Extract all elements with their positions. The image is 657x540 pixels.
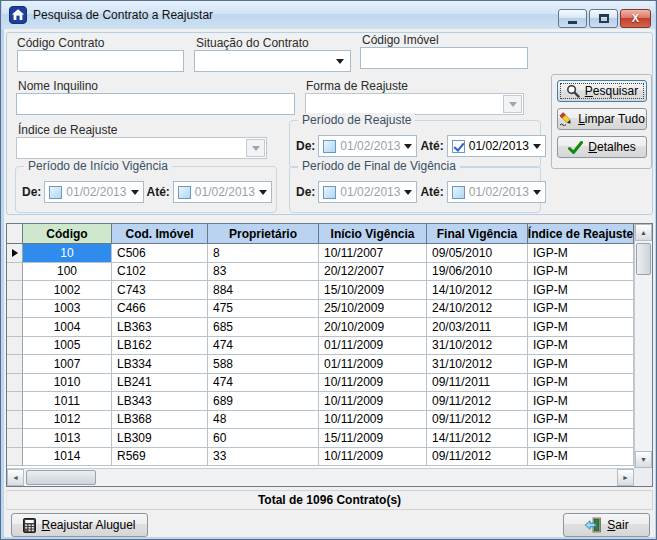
grid-cell[interactable]: IGP-M — [528, 448, 634, 467]
periodo-reajuste-de-datepicker[interactable]: 01/02/2013 — [318, 135, 417, 157]
table-row[interactable]: 10C506810/11/200709/05/2010IGP-M — [7, 244, 634, 263]
grid-cell[interactable]: 884 — [208, 281, 319, 300]
grid-cell[interactable]: 09/05/2010 — [427, 244, 528, 263]
grid-header-codigo[interactable]: Código — [23, 224, 112, 244]
grid-cell[interactable]: 100 — [23, 263, 112, 282]
horizontal-scrollbar[interactable]: ◄ ► — [7, 468, 634, 486]
table-row[interactable]: 1011LB34368910/11/200909/11/2012IGP-M — [7, 392, 634, 411]
codigo-imovel-input[interactable] — [360, 47, 528, 69]
grid-cell[interactable]: R569 — [112, 448, 208, 467]
grid-cell[interactable]: IGP-M — [528, 263, 634, 282]
scroll-right-button[interactable]: ► — [617, 469, 634, 486]
vertical-scroll-thumb[interactable] — [636, 243, 651, 275]
table-row[interactable]: 100C1028320/12/200719/06/2010IGP-M — [7, 263, 634, 282]
grid-cell[interactable]: C102 — [112, 263, 208, 282]
grid-cell[interactable]: IGP-M — [528, 411, 634, 430]
situacao-contrato-select[interactable] — [194, 50, 351, 72]
grid-cell[interactable]: IGP-M — [528, 337, 634, 356]
grid-cell[interactable]: IGP-M — [528, 355, 634, 374]
grid-cell[interactable]: 31/10/2012 — [427, 337, 528, 356]
grid-cell[interactable]: 48 — [208, 411, 319, 430]
grid-cell[interactable]: 689 — [208, 392, 319, 411]
nome-inquilino-input[interactable] — [16, 93, 295, 115]
grid-cell[interactable]: 31/10/2012 — [427, 355, 528, 374]
grid-cell[interactable]: 1004 — [23, 318, 112, 337]
row-selector[interactable] — [7, 374, 23, 393]
grid-cell[interactable]: 1011 — [23, 392, 112, 411]
grid-header-inicio-vigencia[interactable]: Início Vigência — [319, 224, 427, 244]
grid-cell[interactable]: 10 — [23, 244, 112, 263]
vertical-scrollbar[interactable]: ▲ ▼ — [634, 224, 652, 468]
grid-cell[interactable]: LB241 — [112, 374, 208, 393]
date-enable-checkbox[interactable] — [323, 186, 336, 199]
grid-cell[interactable]: LB363 — [112, 318, 208, 337]
grid-cell[interactable]: 24/10/2012 — [427, 300, 528, 319]
grid-cell[interactable]: 09/11/2011 — [427, 374, 528, 393]
grid-cell[interactable]: IGP-M — [528, 318, 634, 337]
reajustar-aluguel-button[interactable]: Reajustar Aluguel — [11, 513, 148, 537]
grid-cell[interactable]: 83 — [208, 263, 319, 282]
grid-cell[interactable]: IGP-M — [528, 429, 634, 448]
horizontal-scroll-thumb[interactable] — [26, 470, 96, 485]
grid-cell[interactable]: C466 — [112, 300, 208, 319]
table-row[interactable]: 1003C46647525/10/200924/10/2012IGP-M — [7, 300, 634, 319]
row-selector[interactable] — [7, 448, 23, 467]
grid-cell[interactable]: 15/10/2009 — [319, 281, 427, 300]
grid-cell[interactable]: 1013 — [23, 429, 112, 448]
grid-cell[interactable]: 20/10/2009 — [319, 318, 427, 337]
periodo-reajuste-ate-datepicker[interactable]: 01/02/2013 — [447, 135, 546, 157]
limpar-tudo-button[interactable]: Limpar Tudo — [557, 108, 647, 130]
sair-button[interactable]: Sair — [563, 513, 650, 537]
grid-cell[interactable]: 1002 — [23, 281, 112, 300]
grid-cell[interactable]: 8 — [208, 244, 319, 263]
grid-cell[interactable]: 20/03/2011 — [427, 318, 528, 337]
grid-cell[interactable]: 1005 — [23, 337, 112, 356]
grid-cell[interactable]: 20/12/2007 — [319, 263, 427, 282]
date-enable-checkbox[interactable] — [452, 186, 465, 199]
detalhes-button[interactable]: Detalhes — [557, 136, 647, 158]
final-vigencia-de-datepicker[interactable]: 01/02/2013 — [318, 181, 417, 203]
grid-cell[interactable]: 1007 — [23, 355, 112, 374]
grid-cell[interactable]: 1014 — [23, 448, 112, 467]
row-selector[interactable] — [7, 429, 23, 448]
grid-cell[interactable]: 25/10/2009 — [319, 300, 427, 319]
grid-cell[interactable]: 60 — [208, 429, 319, 448]
grid-cell[interactable]: 09/11/2012 — [427, 392, 528, 411]
row-selector[interactable] — [7, 263, 23, 282]
grid-cell[interactable]: 474 — [208, 337, 319, 356]
row-selector[interactable] — [7, 392, 23, 411]
table-row[interactable]: 1013LB3096015/11/200914/11/2012IGP-M — [7, 429, 634, 448]
grid-cell[interactable]: LB334 — [112, 355, 208, 374]
grid-header-indice-reajuste[interactable]: Índice de Reajuste — [528, 224, 634, 244]
grid-cell[interactable]: 10/11/2009 — [319, 374, 427, 393]
table-row[interactable]: 1014R5693310/11/200909/11/2012IGP-M — [7, 448, 634, 467]
table-row[interactable]: 1004LB36368520/10/200920/03/2011IGP-M — [7, 318, 634, 337]
grid-cell[interactable]: 01/11/2009 — [319, 355, 427, 374]
grid-cell[interactable]: IGP-M — [528, 374, 634, 393]
grid-cell[interactable]: LB368 — [112, 411, 208, 430]
grid-cell[interactable]: 10/11/2009 — [319, 448, 427, 467]
pesquisar-button[interactable]: Pesquisar — [557, 80, 647, 102]
grid-cell[interactable]: 588 — [208, 355, 319, 374]
grid-header-cod-imovel[interactable]: Cod. Imóvel — [112, 224, 208, 244]
grid-cell[interactable]: 09/11/2012 — [427, 411, 528, 430]
titlebar[interactable]: Pesquisa de Contrato a Reajustar X — [2, 1, 655, 29]
grid-header-final-vigencia[interactable]: Final Vigência — [427, 224, 528, 244]
grid-cell[interactable]: IGP-M — [528, 281, 634, 300]
grid-cell[interactable]: 19/06/2010 — [427, 263, 528, 282]
table-row[interactable]: 1012LB3684810/11/200909/11/2012IGP-M — [7, 411, 634, 430]
table-row[interactable]: 1010LB24147410/11/200909/11/2011IGP-M — [7, 374, 634, 393]
row-selector[interactable] — [7, 411, 23, 430]
final-vigencia-ate-datepicker[interactable]: 01/02/2013 — [447, 181, 546, 203]
grid-cell[interactable]: 09/11/2012 — [427, 448, 528, 467]
grid-cell[interactable]: 10/11/2009 — [319, 392, 427, 411]
grid-cell[interactable]: 14/11/2012 — [427, 429, 528, 448]
grid-cell[interactable]: 10/11/2009 — [319, 411, 427, 430]
grid-cell[interactable]: 1003 — [23, 300, 112, 319]
row-selector[interactable] — [7, 318, 23, 337]
date-enable-checkbox[interactable] — [49, 186, 62, 199]
row-selector[interactable] — [7, 244, 23, 263]
grid-cell[interactable]: 474 — [208, 374, 319, 393]
row-selector[interactable] — [7, 337, 23, 356]
codigo-contrato-input[interactable] — [17, 50, 184, 72]
